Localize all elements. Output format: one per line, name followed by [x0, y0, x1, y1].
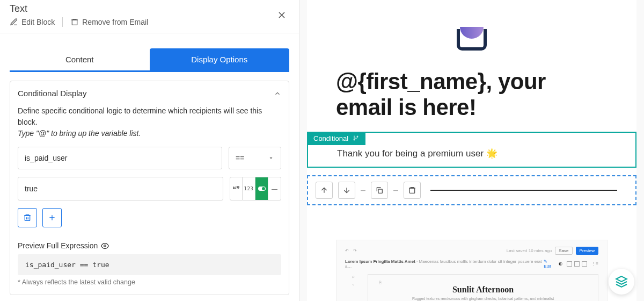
tab-content[interactable]: Content	[10, 48, 150, 72]
conditional-text: Thank you for being a premium user 🌟	[337, 148, 606, 159]
email-headline: @{first_name}, your email is here!	[336, 69, 608, 121]
svg-rect-0	[72, 20, 77, 25]
nested-edit-link[interactable]: ✎ Edit	[544, 259, 554, 269]
trash-icon	[408, 186, 416, 195]
move-down-button[interactable]	[338, 182, 355, 199]
last-saved-label: Last saved 10 mins ago	[507, 248, 552, 253]
move-up-button[interactable]	[316, 182, 333, 199]
trash-icon	[23, 213, 32, 222]
plus-icon	[48, 213, 56, 222]
svg-marker-7	[616, 276, 627, 282]
eye-icon	[101, 242, 109, 250]
selected-divider-block[interactable]: – –	[307, 175, 636, 205]
nested-editor-preview: ↶ ↷ Last saved 10 mins ago Save Preview …	[336, 240, 608, 301]
caret-down-icon	[268, 155, 274, 161]
close-icon	[276, 10, 287, 20]
close-button[interactable]	[276, 10, 287, 20]
type-null-button[interactable]: —	[268, 177, 281, 200]
expression-preview: is_paid_user == true	[18, 254, 281, 275]
remove-label: Remove from Email	[82, 18, 148, 26]
preview-button[interactable]: Preview	[576, 247, 598, 255]
value-input[interactable]	[18, 177, 223, 200]
layers-fab-button[interactable]	[609, 269, 634, 295]
operator-select[interactable]: ==	[229, 147, 281, 169]
variable-input[interactable]	[18, 147, 222, 169]
copy-icon	[375, 186, 384, 195]
add-condition-button[interactable]	[42, 208, 62, 227]
conditional-badge: Conditional	[307, 132, 365, 145]
tab-display-options[interactable]: Display Options	[150, 48, 290, 72]
value-type-group: ❝❞ 123 —	[230, 177, 281, 200]
edit-block-label: Edit Block	[21, 18, 55, 26]
section-header[interactable]: Conditional Display	[10, 81, 289, 105]
redo-icon: ↷	[353, 248, 357, 253]
remove-link[interactable]: Remove from Email	[70, 17, 148, 27]
email-canvas: @{first_name}, your email is here! Condi…	[307, 0, 636, 301]
divider-line	[430, 190, 617, 191]
panel-title: Text	[10, 3, 289, 15]
expression-footnote: * Always reflects the latest valid chang…	[18, 278, 281, 286]
section-title: Conditional Display	[18, 89, 86, 98]
preview-expression-label: Preview Full Expression	[18, 241, 281, 250]
type-boolean-button[interactable]	[255, 177, 268, 200]
nested-hero-title: Sunlit Afternoon	[379, 285, 587, 295]
svg-point-2	[104, 245, 106, 247]
pencil-icon	[10, 18, 18, 26]
settings-panel: Text Edit Block Remove from Email Conten…	[0, 0, 299, 301]
type-number-button[interactable]: 123	[243, 177, 255, 200]
svg-point-3	[354, 139, 355, 140]
arrow-down-icon	[342, 186, 351, 195]
layers-icon	[615, 275, 628, 288]
chevron-left-icon: ‹	[353, 282, 354, 287]
delete-condition-button[interactable]	[18, 208, 37, 227]
edit-block-link[interactable]: Edit Block	[10, 17, 55, 27]
branch-icon	[353, 135, 359, 141]
svg-rect-6	[409, 188, 414, 193]
save-button[interactable]: Save	[555, 247, 572, 255]
device-icons	[567, 261, 587, 267]
arrow-up-icon	[320, 186, 328, 195]
conditional-display-section: Conditional Display Define specific cond…	[10, 81, 289, 295]
undo-icon: ↶	[345, 248, 349, 253]
type-string-button[interactable]: ❝❞	[230, 177, 243, 200]
chevron-up-icon	[274, 90, 281, 97]
divider	[62, 17, 63, 27]
trash-icon	[70, 18, 79, 26]
svg-rect-5	[378, 189, 382, 193]
conditional-block[interactable]: Conditional Thank you for being a premiu…	[307, 132, 636, 168]
brand-logo	[336, 23, 608, 53]
nested-hero-sub: Rugged textures rendezvous with gingham …	[379, 297, 587, 300]
delete-block-button[interactable]	[404, 182, 421, 199]
search-icon: ⌕	[352, 274, 355, 279]
help-text: Define specific conditional logic to det…	[18, 105, 281, 139]
tabs: Content Display Options	[0, 33, 299, 72]
preview-panel: @{first_name}, your email is here! Condi…	[299, 0, 644, 301]
panel-header: Text Edit Block Remove from Email	[0, 0, 299, 33]
svg-point-4	[357, 136, 358, 137]
nested-title: Lorem Ipsum Fringilla Mattis Amet	[345, 259, 415, 264]
svg-rect-1	[25, 216, 30, 220]
duplicate-button[interactable]	[371, 182, 388, 199]
